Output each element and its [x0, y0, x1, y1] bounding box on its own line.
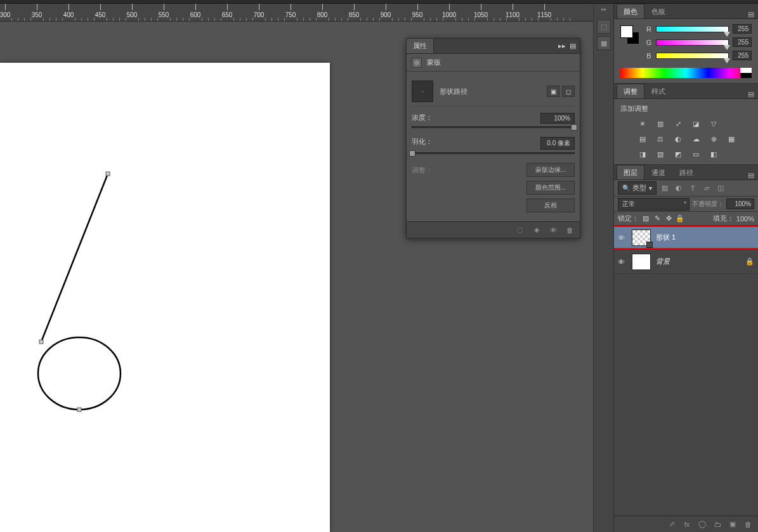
filter-type-icon[interactable]: T	[687, 183, 698, 194]
invert-button[interactable]: 反相	[526, 198, 575, 212]
lock-label: 锁定：	[618, 214, 639, 223]
feather-track[interactable]	[412, 152, 575, 154]
properties-tab[interactable]: 属性	[407, 39, 434, 53]
shape-thumb-icon: ◦	[412, 81, 433, 102]
dock-swatches-icon[interactable]: ▦	[597, 36, 611, 50]
hue-icon[interactable]: ▤	[637, 134, 648, 144]
ruler-tick: 300	[5, 4, 6, 10]
ruler-tick: 750	[291, 4, 291, 10]
visibility-icon[interactable]: 👁	[618, 234, 627, 242]
bw-icon[interactable]: ◐	[672, 134, 684, 144]
mask-thumb-icon	[412, 58, 422, 68]
lookup-icon[interactable]: ▦	[726, 134, 737, 144]
opacity-label: 不透明度：	[692, 200, 724, 209]
b-value[interactable]: 255	[733, 51, 752, 60]
color-spectrum[interactable]	[620, 68, 752, 78]
adjustments-tab[interactable]: 调整	[617, 84, 644, 98]
properties-panel: 属性 ▸▸ ▤ 蒙版 ◦ 形状路径 ▣ ◻ 浓度： 100% 羽化：	[406, 38, 580, 238]
footer-visibility-icon[interactable]: 👁	[548, 226, 558, 235]
color-range-button[interactable]: 颜色范围...	[526, 181, 575, 195]
ruler-tick: 500	[132, 4, 133, 10]
exposure-icon[interactable]: ◪	[690, 119, 702, 129]
lock-icon: 🔒	[745, 257, 754, 266]
ruler-tick: 1050	[481, 4, 481, 10]
color-swatches[interactable]	[620, 25, 639, 44]
delete-layer-icon[interactable]: 🗑	[743, 520, 753, 529]
filter-pixel-icon[interactable]: ▨	[659, 183, 670, 194]
color-tabs: 颜色 色板 ▤	[614, 4, 758, 19]
layers-menu-icon[interactable]: ▤	[744, 171, 758, 179]
link-layers-icon[interactable]: ⬀	[667, 520, 677, 529]
filter-shape-icon[interactable]: ▱	[701, 183, 712, 194]
ruler-tick: 550	[164, 4, 164, 10]
g-slider[interactable]	[656, 39, 729, 46]
layer-row[interactable]: 👁背景🔒	[614, 250, 758, 274]
levels-icon[interactable]: ▥	[655, 119, 666, 129]
visibility-icon[interactable]: 👁	[618, 258, 627, 266]
fill-value[interactable]: 100%	[736, 215, 754, 223]
threshold-icon[interactable]: ◩	[672, 149, 684, 159]
new-layer-icon[interactable]: ▣	[728, 520, 738, 529]
styles-tab[interactable]: 样式	[644, 84, 672, 98]
lock-paint-icon[interactable]: ✎	[653, 214, 662, 223]
add-adjustment-label: 添加调整	[620, 104, 752, 114]
layer-mask-icon[interactable]: ◯	[697, 520, 707, 529]
panel-menu-icon[interactable]: ▤	[570, 42, 576, 50]
brightness-icon[interactable]: ☀	[637, 119, 648, 129]
paths-tab[interactable]: 路径	[672, 165, 700, 179]
footer-mask-icon[interactable]: ◈	[532, 226, 542, 235]
color-tab[interactable]: 颜色	[617, 4, 644, 18]
ruler-tick: 850	[354, 4, 355, 10]
lock-position-icon[interactable]: ✥	[664, 214, 673, 223]
layer-name[interactable]: 形状 1	[656, 233, 754, 242]
r-value[interactable]: 255	[733, 24, 752, 34]
density-value[interactable]: 100%	[540, 113, 575, 124]
layer-thumbnail[interactable]	[632, 230, 651, 246]
blend-mode-select[interactable]: 正常	[618, 198, 689, 211]
lock-all-icon[interactable]: 🔒	[676, 214, 684, 223]
collapse-icon[interactable]: ▸▸	[558, 42, 566, 50]
filter-adjust-icon[interactable]: ◐	[673, 183, 684, 194]
layers-tab[interactable]: 图层	[617, 165, 644, 179]
ruler-tick: 600	[195, 4, 196, 10]
mask-edge-button[interactable]: 蒙版边缘...	[526, 163, 575, 177]
color-panel: R 255 G 255 B 255	[614, 19, 758, 84]
layer-thumbnail[interactable]	[632, 254, 651, 270]
layer-row[interactable]: 👁形状 1	[614, 226, 758, 250]
density-track[interactable]	[412, 126, 575, 128]
posterize-icon[interactable]: ▧	[655, 149, 666, 159]
color-menu-icon[interactable]: ▤	[744, 10, 758, 18]
g-value[interactable]: 255	[733, 37, 752, 47]
dock-histogram-icon[interactable]: ⬚	[597, 20, 611, 34]
add-mask-icon[interactable]: ▣	[547, 86, 559, 97]
document-canvas[interactable]	[0, 63, 330, 532]
balance-icon[interactable]: ⚖	[655, 134, 666, 144]
filter-smart-icon[interactable]: ◫	[715, 183, 726, 194]
selective-color-icon[interactable]: ◧	[708, 149, 719, 159]
lock-transparency-icon[interactable]: ▨	[641, 214, 650, 223]
select-mask-icon[interactable]: ◻	[562, 86, 575, 97]
channels-tab[interactable]: 通道	[644, 165, 672, 179]
filter-type-select[interactable]: 🔍 类型 ▾	[618, 181, 657, 195]
ruler-tick: 1000	[449, 4, 450, 10]
footer-trash-icon[interactable]: 🗑	[565, 226, 575, 235]
layer-name[interactable]: 背景	[656, 257, 740, 266]
new-group-icon[interactable]: 🗀	[712, 520, 722, 529]
channel-mixer-icon[interactable]: ⊕	[708, 134, 719, 144]
adjust-menu-icon[interactable]: ▤	[744, 90, 758, 98]
layer-fx-icon[interactable]: fx	[682, 520, 692, 529]
curves-icon[interactable]: ⤢	[672, 119, 684, 129]
foreground-swatch[interactable]	[620, 25, 633, 38]
b-slider[interactable]	[656, 53, 729, 59]
photo-filter-icon[interactable]: ☁	[690, 134, 702, 144]
feather-value[interactable]: 0.0 像素	[540, 137, 575, 150]
ruler-tick: 1150	[544, 4, 545, 10]
invert-icon[interactable]: ◨	[637, 149, 648, 159]
swatches-tab[interactable]: 色板	[644, 4, 672, 18]
r-slider[interactable]	[656, 26, 729, 32]
footer-select-icon[interactable]: ◌	[515, 226, 525, 235]
vibrance-icon[interactable]: ▽	[708, 119, 719, 129]
opacity-value[interactable]: 100%	[726, 198, 754, 209]
svg-rect-3	[77, 408, 81, 412]
gradient-map-icon[interactable]: ▭	[690, 149, 702, 159]
